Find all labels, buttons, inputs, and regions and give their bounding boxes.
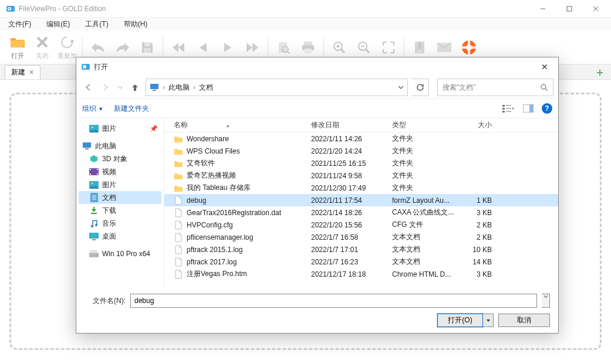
menu-help[interactable]: 帮助(H) bbox=[120, 18, 151, 30]
svg-rect-31 bbox=[461, 46, 477, 49]
svg-rect-39 bbox=[502, 108, 505, 110]
col-type-header[interactable]: 类型 bbox=[392, 120, 463, 130]
toolbar-open-button[interactable]: 打开 bbox=[6, 32, 29, 63]
file-row[interactable]: 艾奇软件2021/11/25 16:15文件夹 bbox=[164, 157, 558, 169]
search-input[interactable]: 搜索"文档" bbox=[437, 79, 553, 96]
nav-up-button[interactable] bbox=[128, 80, 142, 94]
file-name: 爱奇艺热播视频 bbox=[187, 171, 236, 181]
nav-history-button[interactable] bbox=[116, 80, 124, 94]
menu-edit[interactable]: 编辑(E) bbox=[43, 18, 73, 30]
sort-asc-icon: ▴ bbox=[227, 123, 229, 128]
file-row[interactable]: 注册Vegas Pro.htm2021/12/17 18:18Chrome HT… bbox=[164, 268, 558, 280]
picture-icon bbox=[89, 180, 99, 189]
svg-rect-38 bbox=[502, 105, 505, 107]
file-icon bbox=[174, 257, 183, 267]
file-row[interactable]: pftrack 2015.1.log2022/1/7 17:01文本文档10 K… bbox=[164, 243, 558, 256]
file-name: 艾奇软件 bbox=[187, 158, 215, 168]
tree-item[interactable]: 此电脑 bbox=[79, 140, 161, 152]
cancel-button[interactable]: 取消 bbox=[498, 314, 550, 327]
dialog-close-button[interactable]: ✕ bbox=[536, 62, 553, 72]
dialog-navbar: › 此电脑 › 文档 搜索"文档" bbox=[76, 76, 558, 98]
tree-item-label: Win 10 Pro x64 bbox=[102, 250, 150, 258]
file-name: GearTrax2016Registration.dat bbox=[187, 209, 281, 217]
file-row[interactable]: pftrack 2017.log2022/1/7 16:23文本文档14 KB bbox=[164, 256, 558, 268]
video-icon bbox=[89, 167, 99, 176]
file-name: Wondershare bbox=[187, 135, 229, 143]
menu-tools[interactable]: 工具(T) bbox=[82, 18, 112, 30]
file-row[interactable]: WPS Cloud Files2022/1/20 14:24文件夹 bbox=[164, 145, 558, 157]
toolbar-close-button[interactable]: 关闭 bbox=[31, 32, 54, 63]
tree-item-label: 音乐 bbox=[102, 219, 116, 229]
svg-line-37 bbox=[545, 89, 548, 91]
svg-point-36 bbox=[541, 84, 546, 89]
file-icon bbox=[174, 270, 183, 279]
breadcrumb-sep-icon: › bbox=[163, 83, 165, 91]
tab-label: 新建 bbox=[11, 67, 25, 77]
col-size-header[interactable]: 大小 bbox=[463, 120, 498, 130]
folder-icon bbox=[174, 134, 183, 144]
tree-item[interactable]: 视频 bbox=[79, 165, 161, 178]
app-title: FileViewPro - GOLD Edition bbox=[19, 5, 106, 13]
breadcrumb-path[interactable]: 文档 bbox=[199, 83, 213, 93]
filename-input[interactable] bbox=[130, 294, 537, 308]
svg-point-33 bbox=[83, 65, 86, 69]
file-row[interactable]: pflicensemanager.log2022/1/7 16:58文本文档2 … bbox=[164, 231, 558, 243]
window-maximize-button[interactable] bbox=[556, 0, 582, 18]
pin-icon: 📌 bbox=[150, 125, 158, 132]
window-minimize-button[interactable] bbox=[529, 0, 556, 18]
titlebar: FileViewPro - GOLD Edition bbox=[0, 0, 611, 18]
nav-refresh-button[interactable] bbox=[411, 79, 429, 96]
breadcrumb-dropdown-icon[interactable] bbox=[398, 84, 404, 90]
breadcrumb-bar[interactable]: › 此电脑 › 文档 bbox=[146, 79, 408, 96]
file-row[interactable]: debug2022/1/11 17:54formZ Layout Au...1 … bbox=[164, 194, 558, 206]
tree-item[interactable]: 文档 bbox=[79, 191, 161, 204]
toolbar-separator bbox=[163, 36, 163, 59]
file-name: HVPConfig.cfg bbox=[187, 221, 233, 229]
tree-item[interactable]: 3D 对象 bbox=[79, 152, 161, 165]
svg-line-22 bbox=[366, 49, 369, 53]
col-name-header[interactable]: 名称▴ bbox=[164, 120, 311, 130]
tree-item[interactable]: 图片 bbox=[79, 178, 161, 191]
file-row[interactable]: GearTrax2016Registration.dat2022/1/14 18… bbox=[164, 206, 558, 219]
toolbar-reload-button[interactable]: 重新加 bbox=[55, 32, 79, 63]
nav-back-button[interactable] bbox=[81, 80, 95, 94]
view-mode-button[interactable] bbox=[502, 104, 515, 113]
menu-file[interactable]: 文件(F) bbox=[5, 18, 35, 30]
tree-item[interactable]: Win 10 Pro x64 bbox=[79, 247, 161, 260]
col-date-header[interactable]: 修改日期 bbox=[311, 120, 392, 130]
open-dropdown-button[interactable] bbox=[483, 314, 494, 327]
nav-forward-button[interactable] bbox=[99, 80, 113, 94]
tab-add-button[interactable]: ＋ bbox=[595, 65, 605, 79]
breadcrumb-root[interactable]: 此电脑 bbox=[168, 83, 190, 93]
tree-item[interactable]: 音乐 bbox=[79, 217, 161, 230]
file-type: 文件夹 bbox=[392, 171, 463, 181]
breadcrumb-sep-icon: › bbox=[193, 83, 195, 91]
tab-new[interactable]: 新建 ✕ bbox=[5, 65, 40, 79]
window-close-button[interactable] bbox=[582, 0, 609, 18]
file-row[interactable]: Wondershare2022/1/11 14:26文件夹 bbox=[164, 132, 558, 145]
file-type: 文件夹 bbox=[392, 134, 463, 144]
file-row[interactable]: 爱奇艺热播视频2021/11/24 9:58文件夹 bbox=[164, 169, 558, 182]
tree-item[interactable]: 下载 bbox=[79, 204, 161, 217]
filename-dropdown-button[interactable] bbox=[542, 294, 550, 308]
organize-menu[interactable]: 组织 ▼ bbox=[82, 104, 103, 114]
search-placeholder: 搜索"文档" bbox=[443, 83, 476, 93]
app-logo-icon bbox=[6, 4, 15, 13]
tree-item-label: 文档 bbox=[102, 193, 116, 203]
tree-item[interactable]: 图片📌 bbox=[79, 122, 161, 135]
tab-close-icon[interactable]: ✕ bbox=[29, 69, 34, 76]
menubar: 文件(F) 编辑(E) 工具(T) 帮助(H) bbox=[0, 18, 611, 30]
help-icon[interactable]: ? bbox=[542, 103, 552, 114]
open-button[interactable]: 打开(O) bbox=[437, 314, 483, 327]
svg-line-13 bbox=[288, 52, 289, 53]
tree-item[interactable]: 桌面 bbox=[79, 230, 161, 243]
svg-rect-64 bbox=[89, 233, 99, 239]
reload-icon bbox=[59, 34, 75, 50]
redo-icon bbox=[114, 39, 131, 56]
filename-label: 文件名(N): bbox=[85, 296, 126, 306]
tree-item-label: 桌面 bbox=[102, 232, 116, 241]
file-row[interactable]: 我的 Tableau 存储库2021/12/30 17:49文件夹 bbox=[164, 182, 558, 194]
new-folder-button[interactable]: 新建文件夹 bbox=[114, 104, 149, 114]
preview-pane-button[interactable] bbox=[523, 104, 534, 113]
file-row[interactable]: HVPConfig.cfg2022/1/20 15:56CFG 文件2 KB bbox=[164, 219, 558, 231]
